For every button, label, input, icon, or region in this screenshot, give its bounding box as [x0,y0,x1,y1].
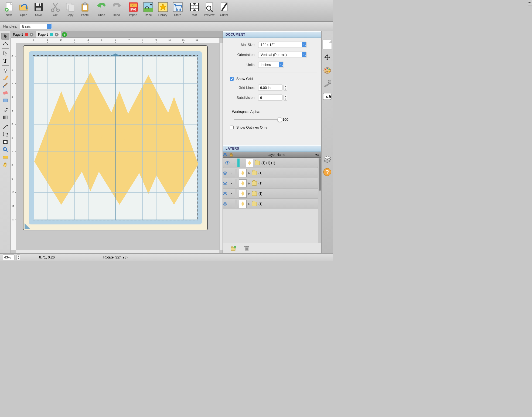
layer-expand-icon[interactable]: ▶ [248,202,252,205]
subdivision-input[interactable] [258,95,282,101]
style-panel-icon[interactable] [323,66,332,75]
outlines-checkbox[interactable] [230,126,234,129]
svg-text:SVG: SVG [130,8,136,11]
library-button[interactable]: Library [155,1,170,21]
save-button[interactable]: Save [31,1,46,21]
layer-visibility-icon[interactable] [223,182,229,185]
svg-rect-6 [39,4,40,6]
redo-button[interactable]: Redo [109,1,124,21]
handles-select[interactable]: Basic [20,23,52,29]
pencil-tool[interactable] [1,74,9,81]
copy-button[interactable]: Copy [63,1,77,21]
distort-tool[interactable] [1,131,9,138]
scrollbar-horizontal[interactable] [16,250,219,253]
edit-node-tool[interactable] [1,40,9,47]
folder-icon [252,181,257,186]
zoom-tool[interactable] [1,146,9,153]
svg-point-76 [224,193,226,194]
open-button[interactable]: Open [16,1,31,21]
svg-point-50 [7,133,8,134]
zoom-spinner[interactable]: ▲▼ [16,254,20,260]
grid-lines-spinner[interactable]: ▲▼ [284,85,287,91]
layer-row[interactable]: • (1) (1) (1) [223,158,318,168]
knife-tool[interactable] [1,123,9,130]
layer-visibility-icon[interactable] [223,171,229,175]
ruler-tool[interactable] [1,154,9,161]
mat-button[interactable]: Mat [187,1,202,21]
layer-row[interactable]: • ▶ (1) [223,199,318,209]
svg-point-27 [179,9,181,11]
close-tab-icon[interactable]: ✕ [55,33,59,36]
text-tool[interactable]: T [1,57,9,64]
subdivision-spinner[interactable]: ▲▼ [284,95,287,101]
svg-rect-46 [3,116,8,119]
cut-button[interactable]: Cut [48,1,63,21]
svg-point-73 [224,183,226,184]
settings-panel-icon[interactable] [323,79,332,88]
svg-point-88 [325,69,326,70]
layers-panel-icon[interactable] [323,154,332,164]
svg-rect-86 [246,246,247,246]
select-tool[interactable] [1,33,9,40]
layer-row[interactable]: • ▶ (1) [223,178,318,189]
stencil-tool[interactable] [1,139,9,146]
layer-visibility-icon[interactable] [223,202,229,206]
layer-expand-icon[interactable]: ▶ [248,171,252,174]
hand-tool[interactable] [1,161,9,168]
page-tab-1[interactable]: Page 1✕ [11,31,36,38]
move-panel-icon[interactable] [323,53,332,62]
workspace-alpha-slider[interactable] [234,119,280,120]
eyedropper-tool[interactable] [1,106,9,113]
text-panel-icon[interactable]: AA [323,92,332,101]
trace-button[interactable]: Trace [141,1,155,21]
units-select[interactable]: Inches [258,62,284,68]
add-page-button[interactable]: + [62,32,67,37]
layer-thumbnail [239,169,247,177]
scrollbar-vertical[interactable] [219,43,223,250]
zoom-input[interactable] [3,254,15,260]
gradient-tool[interactable] [1,114,9,121]
show-grid-checkbox[interactable] [230,77,234,81]
eraser-tool[interactable] [1,89,9,96]
cutter-button[interactable]: Cutter [217,1,231,21]
svg-rect-93 [323,83,329,87]
layer-visibility-icon[interactable] [223,192,229,195]
help-icon[interactable]: ? [323,167,332,177]
folder-icon [252,171,257,175]
svg-marker-68 [248,160,251,165]
shape-tool[interactable] [1,97,9,104]
preview-button[interactable]: Preview [202,1,217,21]
add-layer-button[interactable] [230,246,236,251]
new-button[interactable]: New [1,1,16,21]
layer-expand-icon[interactable]: ▶ [248,192,252,195]
canvas[interactable]: 0123456789101112 0123456789101112 [11,38,223,253]
pen-tool[interactable] [1,67,9,74]
layer-row[interactable]: • ▶ (1) [223,189,318,199]
document-panel-icon[interactable] [323,40,332,49]
page-tab-2[interactable]: Page 2✕ [36,31,61,38]
layer-menu-icon[interactable]: ▾≡ [313,153,321,157]
layer-row[interactable]: • ▶ (1) [223,168,318,178]
lasso-tool[interactable] [1,50,9,57]
undo-button[interactable]: Undo [94,1,109,21]
import-button[interactable]: SVGImport [126,1,141,21]
close-tab-icon[interactable]: ✕ [30,33,33,36]
paste-button[interactable]: Paste [77,1,92,21]
document-panel: DOCUMENT Mat Size:12" x 12" Orientation:… [223,31,321,145]
store-button[interactable]: Store [170,1,185,21]
svg-point-92 [325,71,328,73]
layer-expand-icon[interactable]: ▶ [248,182,252,185]
brush-tool[interactable] [1,82,9,89]
svg-marker-74 [241,181,244,186]
delete-layer-button[interactable] [244,246,249,251]
svg-point-8 [51,9,54,12]
layer-visibility-icon[interactable] [225,161,232,164]
layers-panel-header: LAYERS [223,145,321,152]
grid-lines-input[interactable] [258,85,282,91]
svg-rect-21 [144,8,153,12]
mat-size-select[interactable]: 12" x 12" [258,42,307,48]
layers-scrollbar[interactable] [318,158,321,243]
orientation-select[interactable]: Vertical (Portrait) [258,52,307,58]
svg-rect-56 [3,156,8,159]
ruler-vertical: 0123456789101112 [11,43,16,250]
